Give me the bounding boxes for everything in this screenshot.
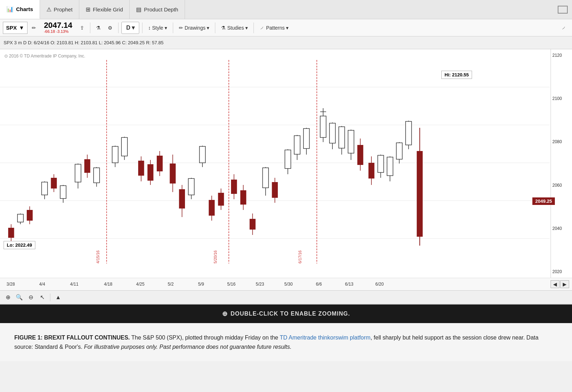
toolbar: SPX ▼ ✏ 2047.14 -66.18 -3.13% ⇪ ⚗ ⚙ D ▾ … [0, 19, 572, 36]
svg-rect-21 [75, 164, 81, 182]
y-axis: 2120 2100 2080 2060 2040 2020 [551, 49, 572, 278]
scroll-up-button[interactable]: ▲ [53, 292, 63, 302]
drawings-dropdown: ▾ [207, 25, 209, 31]
caption-normal: The S&P 500 (SPX), plotted through midda… [130, 335, 280, 341]
svg-rect-41 [188, 179, 194, 195]
symbol-selector[interactable]: SPX ▼ [3, 22, 27, 34]
tab-charts-label: Charts [16, 6, 33, 12]
studies-button[interactable]: ⚗ Studies ▾ [218, 22, 251, 34]
tab-prophet-label: Prophet [54, 6, 73, 12]
flask-button[interactable]: ⚗ [93, 22, 104, 34]
edit-button[interactable]: ✏ [29, 22, 39, 34]
tab-product-depth[interactable]: ▤ Product Depth [130, 0, 185, 19]
tab-flexible-grid-label: Flexible Grid [93, 6, 123, 12]
share-button[interactable]: ⇪ [77, 22, 87, 34]
chart-container[interactable]: 2120 2100 2080 2060 2040 2020 Hi: 2120.5… [0, 49, 572, 278]
style-icon: ↕ [148, 25, 151, 31]
style-dropdown: ▾ [165, 25, 167, 31]
tab-charts[interactable]: 📊 Charts [0, 0, 40, 19]
price-badge: 2049.25 [532, 197, 555, 205]
zoom-banner-text: DOUBLE-CLICK TO ENABLE ZOOMING. [231, 311, 350, 317]
patterns-button[interactable]: ⟋ Patterns ▾ [257, 22, 291, 34]
d-dropdown-icon: ▾ [132, 24, 135, 31]
window-control[interactable] [558, 6, 568, 14]
separator-2 [118, 22, 119, 33]
drawings-button[interactable]: ✏ Drawings ▾ [176, 22, 212, 34]
studies-label: Studies [227, 25, 244, 31]
separator-3 [142, 22, 142, 33]
svg-rect-55 [262, 168, 269, 188]
svg-rect-11 [17, 214, 24, 222]
x-label-620: 6/20 [375, 282, 383, 287]
date-label-415: 4/15/16 [96, 250, 100, 263]
svg-rect-27 [112, 146, 118, 163]
svg-rect-39 [179, 189, 185, 208]
chart-type-button[interactable]: ⟋ [558, 22, 569, 34]
caption-link[interactable]: TD Ameritrade thinkorswim platform [280, 335, 370, 341]
style-button[interactable]: ↕ Style ▾ [145, 22, 170, 34]
patterns-dropdown: ▾ [286, 25, 288, 31]
separator-6 [254, 22, 254, 33]
d-button[interactable]: D ▾ [121, 22, 139, 34]
chart-svg [0, 49, 572, 278]
svg-rect-75 [357, 145, 363, 165]
copyright-text: ⊙ 2016 © TD Ameritrade IP Company, Inc. [4, 54, 85, 59]
separator-5 [215, 22, 215, 33]
svg-rect-81 [387, 157, 393, 176]
x-label-52: 5/2 [168, 282, 174, 287]
svg-rect-13 [27, 210, 33, 221]
charts-icon: 📊 [6, 6, 14, 12]
x-label-613: 6/13 [345, 282, 353, 287]
svg-rect-47 [218, 193, 224, 206]
chart-wrapper: 2120 2100 2080 2060 2040 2020 Hi: 2120.5… [0, 49, 572, 305]
zoom-search-icon: ⊕ [222, 310, 228, 318]
scroll-left-icon[interactable]: ◀ [551, 280, 560, 288]
x-label-328: 3/28 [6, 282, 15, 287]
svg-rect-63 [303, 129, 310, 149]
date-label-617: 6/17/16 [298, 250, 302, 263]
y-label-2020: 2020 [552, 269, 571, 274]
d-label: D [126, 25, 130, 31]
settings-button[interactable]: ⚙ [105, 22, 115, 34]
tab-prophet[interactable]: ⚠ Prophet [40, 0, 80, 19]
zoom-in-button[interactable]: 🔍 [14, 292, 24, 302]
x-label-66: 6/6 [316, 282, 322, 287]
svg-rect-23 [84, 159, 90, 173]
caption-italic: For illustrative purposes only. Past per… [84, 344, 291, 350]
zoom-banner[interactable]: ⊕ DOUBLE-CLICK TO ENABLE ZOOMING. [0, 305, 572, 323]
zoom-out-button[interactable]: ⊖ [26, 292, 36, 302]
scroll-right-icon[interactable]: ▶ [560, 280, 569, 288]
date-label-520: 5/20/16 [213, 250, 217, 263]
svg-rect-19 [60, 186, 66, 198]
drawings-label: Drawings [185, 25, 205, 31]
tab-bar: 📊 Charts ⚠ Prophet ⊞ Flexible Grid ▤ Pro… [0, 0, 572, 19]
gear-icon: ⚙ [108, 25, 112, 31]
svg-rect-29 [121, 137, 127, 156]
patterns-label: Patterns [266, 25, 285, 31]
svg-rect-17 [51, 178, 57, 189]
svg-rect-71 [339, 127, 345, 148]
svg-rect-73 [348, 130, 354, 153]
svg-rect-77 [368, 163, 375, 179]
svg-rect-9 [8, 228, 14, 238]
flask-icon: ⚗ [96, 25, 101, 31]
y-label-2060: 2060 [552, 183, 571, 188]
x-label-44: 4/4 [39, 282, 45, 287]
x-label-523: 5/23 [256, 282, 264, 287]
product-depth-icon: ▤ [136, 6, 141, 13]
zoom-add-button[interactable]: ⊕ [3, 292, 13, 302]
y-label-2100: 2100 [552, 96, 571, 101]
caption-bold: FIGURE 1: BREXIT FALLOUT CONTINUES. [14, 335, 130, 341]
x-label-425: 4/25 [136, 282, 144, 287]
pencil-icon: ✏ [32, 25, 36, 31]
pointer-button[interactable]: ↖ [37, 292, 47, 302]
svg-rect-61 [294, 136, 300, 154]
share-icon: ⇪ [80, 25, 84, 31]
svg-rect-25 [94, 168, 100, 183]
price-change: -66.18 -3.13% [44, 29, 72, 34]
dropdown-arrow: ▼ [19, 25, 24, 31]
svg-rect-65 [320, 116, 326, 137]
x-label-418: 4/18 [104, 282, 112, 287]
tab-flexible-grid[interactable]: ⊞ Flexible Grid [79, 0, 130, 19]
svg-rect-51 [240, 190, 246, 205]
